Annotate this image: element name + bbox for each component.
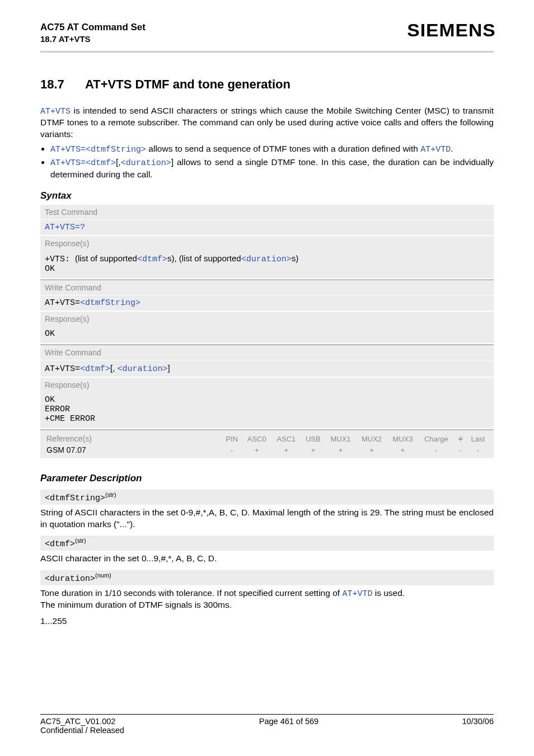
v-last: - — [467, 444, 489, 456]
brand-logo: SIEMENS — [407, 20, 496, 41]
v1-tail: . — [451, 144, 453, 153]
p3-b: is used. — [372, 588, 405, 598]
col-mux1: MUX1 — [325, 433, 356, 444]
col-charge: Charge — [418, 433, 454, 444]
p1-desc: String of ASCII characters in the set 0-… — [40, 507, 494, 530]
tr-ok: OK — [45, 264, 55, 274]
ref-label: Reference(s) — [45, 433, 222, 444]
v2-arg1: <dtmf> — [86, 158, 116, 168]
p3-cmd: AT+VTD — [342, 589, 372, 599]
section-number: 18.7 — [40, 77, 85, 92]
param-dtmfstring-name: <dtmfString>(str) — [40, 490, 494, 505]
write-command-2: AT+VTS=<dtmf>[, <duration>] — [40, 360, 494, 377]
w2-pre: AT+VTS= — [45, 364, 80, 374]
tr-mid2: s), (list of supported — [167, 253, 241, 263]
ref-row-label: GSM 07.07 — [45, 444, 222, 456]
col-last: Last — [467, 433, 489, 444]
syntax-heading: Syntax — [40, 190, 494, 201]
test-command: AT+VTS=? — [40, 220, 494, 235]
v1-cmd-pre: AT+VTS= — [50, 145, 86, 154]
col-asc0: ASC0 — [242, 433, 271, 444]
plane-icon: ✈ — [456, 436, 465, 442]
reference-table: Reference(s) PIN ASC0 ASC1 USB MUX1 MUX2… — [45, 433, 489, 456]
tr-mid1: (list of supported — [75, 253, 137, 263]
header-left: AC75 AT Command Set 18.7 AT+VTS — [40, 21, 146, 45]
section-title: AT+VTS DTMF and tone generation — [85, 77, 291, 91]
v-charge: - — [418, 444, 454, 456]
tr-dtmf: <dtmf> — [137, 255, 167, 264]
intro-text: is intended to send ASCII characters or … — [40, 106, 494, 139]
v-plane: - — [454, 444, 466, 456]
v2-mid: [, — [116, 157, 121, 167]
w2-r2: ERROR — [45, 405, 70, 414]
v-mux3: + — [387, 444, 418, 456]
label-test-command: Test Command — [40, 205, 494, 219]
tr-dur: <duration> — [241, 255, 292, 264]
param-duration-name: <duration>(num) — [40, 570, 494, 585]
col-asc1: ASC1 — [271, 433, 301, 444]
v1-arg: <dtmfString> — [86, 145, 146, 154]
label-response-3: Response(s) — [40, 378, 494, 392]
p3-name: <duration> — [45, 574, 95, 584]
col-mux2: MUX2 — [356, 433, 387, 444]
label-write-command-2: Write Command — [40, 344, 494, 360]
tr-tail: s) — [292, 253, 299, 263]
test-response: +VTS: (list of supported<dtmf>s), (list … — [40, 251, 494, 278]
page-footer: AC75_ATC_V01.002 Page 461 of 569 10/30/0… — [40, 714, 494, 735]
intro-paragraph: AT+VTS is intended to send ASCII charact… — [40, 105, 494, 140]
variant-2: AT+VTS=<dtmf>[,<duration>] allows to sen… — [50, 157, 494, 180]
p3-desc-line1: Tone duration in 1/10 seconds with toler… — [40, 588, 494, 611]
write-command-1: AT+VTS=<dtmfString> — [40, 295, 494, 311]
footer-right: 10/30/06 — [462, 717, 494, 726]
footer-rule — [40, 714, 494, 715]
footer-left2: Confidential / Released — [40, 726, 124, 735]
section-heading: 18.7AT+VTS DTMF and tone generation — [40, 77, 494, 92]
w2-b: <duration> — [118, 364, 168, 374]
w1-arg: <dtmfString> — [80, 298, 140, 308]
write-1-response: OK — [40, 326, 494, 343]
col-usb: USB — [301, 433, 325, 444]
tr-pre: +VTS: — [45, 255, 75, 264]
w2-tail: ] — [168, 363, 170, 373]
p1-type: (str) — [105, 491, 116, 498]
doc-subtitle: 18.7 AT+VTS — [40, 34, 91, 44]
label-response-1: Response(s) — [40, 236, 494, 251]
syntax-block: Test Command AT+VTS=? Response(s) +VTS: … — [40, 205, 494, 458]
w2-mid: [, — [110, 363, 118, 373]
write-2-response: OK ERROR +CME ERROR — [40, 392, 494, 428]
p1-name: <dtmfString> — [45, 494, 105, 503]
param-dtmf-name: <dtmf>(str) — [40, 536, 494, 551]
v1-text: allows to send a sequence of DTMF tones … — [146, 144, 420, 153]
v-mux1: + — [325, 444, 356, 456]
param-heading: Parameter Description — [40, 473, 494, 484]
v-pin: - — [222, 444, 242, 456]
col-plane: ✈ — [454, 433, 466, 444]
p3-range: 1...255 — [40, 616, 494, 627]
label-write-command-1: Write Command — [40, 279, 494, 295]
v2-cmd-pre: AT+VTS= — [50, 158, 86, 168]
v-usb: + — [301, 444, 325, 456]
label-response-2: Response(s) — [40, 312, 494, 326]
p2-type: (str) — [75, 537, 86, 544]
v-asc0: + — [242, 444, 271, 456]
p3-a: Tone duration in 1/10 seconds with toler… — [40, 588, 342, 598]
cmd-atvts: AT+VTS — [40, 107, 71, 116]
v-mux2: + — [356, 444, 387, 456]
p3-line2: The minimum duration of DTMF signals is … — [40, 600, 232, 609]
v2-arg2: <duration> — [121, 158, 171, 168]
footer-left1: AC75_ATC_V01.002 — [40, 717, 115, 726]
w1-ok: OK — [45, 329, 55, 339]
variant-list: AT+VTS=<dtmfString> allows to send a seq… — [40, 143, 494, 180]
w1-pre: AT+VTS= — [45, 298, 80, 308]
p2-desc: ASCII character in the set 0...9,#,*, A,… — [40, 553, 494, 564]
p3-type: (num) — [95, 572, 111, 579]
page-header: AC75 AT Command Set 18.7 AT+VTS SIEMENS — [40, 21, 494, 45]
variant-1: AT+VTS=<dtmfString> allows to send a seq… — [50, 143, 494, 156]
v-asc1: + — [271, 444, 301, 456]
col-mux3: MUX3 — [387, 433, 418, 444]
w2-r3: +CME ERROR — [45, 414, 95, 424]
v1-cmd-post: AT+VTD — [420, 145, 451, 154]
doc-title: AC75 AT Command Set — [40, 22, 146, 32]
footer-center: Page 461 of 569 — [259, 717, 318, 726]
reference-row: Reference(s) PIN ASC0 ASC1 USB MUX1 MUX2… — [40, 429, 494, 458]
